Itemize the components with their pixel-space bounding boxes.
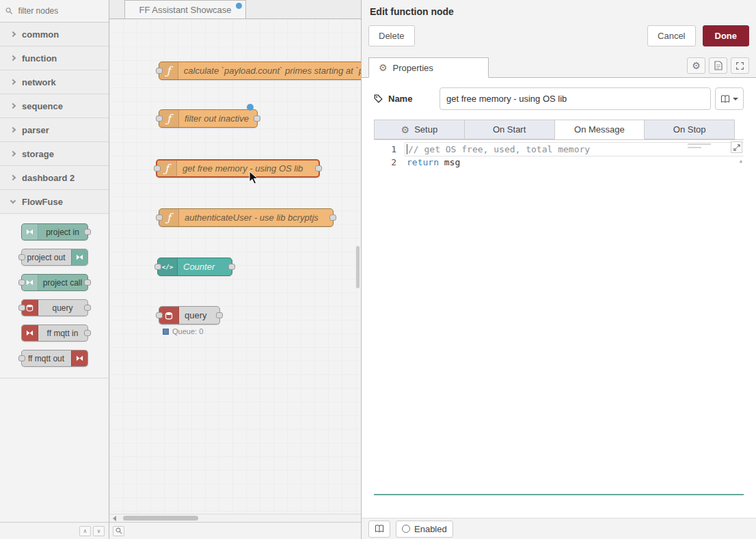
vertical-scroll-thumb[interactable] [356, 246, 360, 288]
palette-node-query[interactable]: query [21, 299, 88, 316]
palette-category-dashboard2[interactable]: dashboard 2 [0, 166, 109, 190]
node-get-free-memory[interactable]: ƒ get free memory - using OS lib [156, 159, 320, 178]
node-label: get free memory - using OS lib [177, 161, 310, 176]
workspace-footer [109, 522, 361, 539]
tab-on-message[interactable]: On Message [554, 120, 645, 139]
mqtt-icon [71, 350, 87, 366]
delete-button[interactable]: Delete [368, 25, 415, 46]
palette-node-project-call[interactable]: project call [21, 274, 88, 291]
palette-node-ff-mqtt-out[interactable]: ff mqtt out [21, 350, 88, 367]
chevron-right-icon [10, 127, 16, 133]
tab-setup[interactable]: ⚙ Setup [374, 120, 465, 139]
library-button[interactable] [368, 521, 390, 538]
palette-node-label: query [38, 300, 87, 316]
input-port[interactable] [156, 115, 163, 122]
name-label-text: Name [388, 94, 412, 104]
gear-icon: ⚙ [401, 125, 410, 135]
input-port[interactable] [18, 355, 25, 361]
input-port[interactable] [154, 165, 161, 171]
palette-collapse-up-button[interactable]: ∧ [79, 526, 91, 536]
palette-collapse-down-button[interactable]: ∨ [93, 526, 105, 536]
output-port[interactable] [84, 305, 91, 311]
scroll-left-arrow-icon[interactable] [113, 516, 116, 521]
library-dropdown-button[interactable] [715, 87, 744, 110]
output-port[interactable] [84, 229, 91, 235]
description-button[interactable] [709, 57, 727, 74]
code-editor[interactable]: 1 2 // get OS free, used, total memory r… [374, 139, 744, 495]
tab-on-start-label: On Start [493, 124, 526, 135]
tab-properties[interactable]: ⚙ Properties [368, 57, 489, 78]
status-square-icon [163, 329, 169, 335]
node-counter[interactable]: </> Counter [157, 258, 232, 276]
zoom-button[interactable] [113, 526, 124, 536]
palette-filter-input[interactable] [17, 5, 103, 16]
category-label: parser [22, 125, 49, 135]
code-comment: // get OS free, used, total memory [408, 144, 590, 154]
palette-category-storage[interactable]: storage [0, 142, 109, 166]
palette-category-parser[interactable]: parser [0, 118, 109, 142]
document-icon [714, 61, 723, 70]
node-query[interactable]: query [159, 306, 220, 324]
name-input[interactable] [440, 87, 711, 110]
chevron-down-icon [10, 197, 16, 203]
line-number: 2 [374, 156, 396, 169]
gear-icon: ⚙ [692, 61, 701, 70]
done-button[interactable]: Done [703, 25, 750, 46]
book-icon [720, 95, 730, 103]
tab-on-stop[interactable]: On Stop [644, 120, 735, 139]
input-port[interactable] [154, 264, 161, 270]
node-modified-dot [247, 104, 254, 111]
name-label: Name [374, 94, 440, 104]
appearance-button[interactable] [731, 57, 749, 74]
node-calculate-primes[interactable]: ƒ calculate `payload.count` primes start… [159, 61, 361, 80]
palette-category-flowfuse[interactable]: FlowFuse [0, 190, 109, 214]
output-port[interactable] [254, 115, 260, 122]
input-port[interactable] [156, 215, 163, 221]
cancel-button[interactable]: Cancel [647, 25, 695, 46]
input-port[interactable] [18, 305, 25, 311]
tag-icon [374, 94, 383, 103]
node-label: authenticateUser - use lib bcryptjs [179, 209, 325, 226]
flow-tab[interactable]: FF Assistant Showcase [124, 0, 246, 18]
code-area[interactable]: // get OS free, used, total memory retur… [405, 140, 744, 494]
flow-tab-bar: FF Assistant Showcase [109, 0, 361, 19]
output-port[interactable] [228, 264, 235, 270]
input-port[interactable] [18, 279, 25, 286]
palette-category-function[interactable]: function [0, 46, 109, 70]
output-port[interactable] [315, 165, 322, 171]
flow-canvas[interactable]: ƒ calculate `payload.count` primes start… [109, 19, 361, 514]
category-label: network [22, 77, 56, 87]
scrollbar-up-icon[interactable]: ▲ [740, 155, 742, 168]
expand-icon [733, 144, 740, 151]
node-settings-button[interactable]: ⚙ [687, 57, 705, 74]
caret-down-icon: ∨ [97, 528, 101, 534]
enabled-toggle-button[interactable]: Enabled [396, 521, 453, 538]
node-filter-out-inactive[interactable]: ƒ filter out inactive [159, 109, 258, 128]
book-icon [375, 525, 384, 533]
output-port[interactable] [84, 330, 91, 336]
node-label: query [179, 307, 214, 324]
output-port[interactable] [84, 279, 91, 286]
palette-node-project-in[interactable]: project in [21, 223, 88, 240]
input-port[interactable] [18, 254, 25, 260]
output-port[interactable] [329, 215, 336, 221]
tab-properties-label: Properties [393, 63, 433, 73]
palette-node-ff-mqtt-in[interactable]: ff mqtt in [21, 324, 88, 342]
palette-category-common[interactable]: common [0, 23, 109, 46]
code-line-2[interactable]: return msg [405, 156, 744, 169]
canvas-horizontal-scrollbar[interactable] [109, 514, 361, 522]
chevron-right-icon [10, 175, 16, 180]
node-authenticate-user[interactable]: ƒ authenticateUser - use lib bcryptjs [159, 208, 334, 227]
tab-on-start[interactable]: On Start [464, 120, 555, 139]
palette-search [0, 0, 109, 23]
input-port[interactable] [156, 68, 163, 74]
flow-tab-label: FF Assistant Showcase [139, 5, 231, 15]
palette-node-project-out[interactable]: project out [21, 249, 88, 266]
editor-expand-button[interactable] [731, 141, 742, 153]
category-label: common [22, 29, 59, 40]
palette-category-network[interactable]: network [0, 70, 109, 94]
input-port[interactable] [156, 312, 163, 318]
horizontal-scroll-thumb[interactable] [123, 516, 198, 521]
palette-category-sequence[interactable]: sequence [0, 94, 109, 118]
output-port[interactable] [216, 312, 223, 318]
